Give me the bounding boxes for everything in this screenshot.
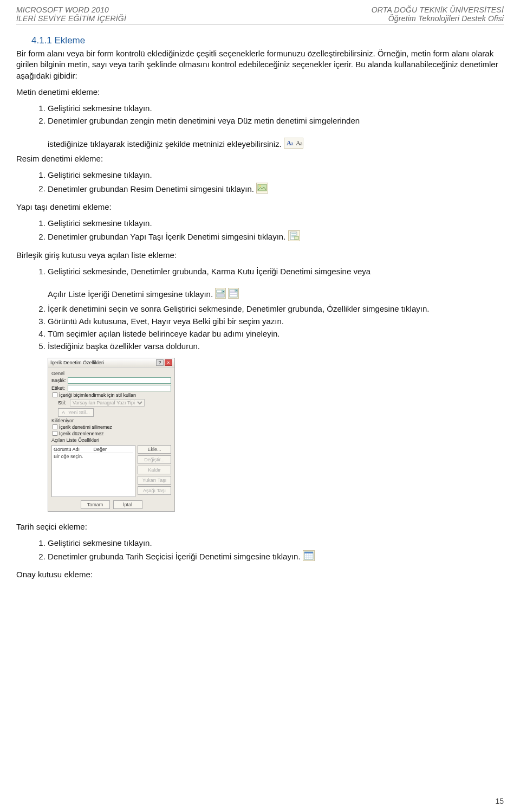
svg-rect-6 <box>258 184 266 191</box>
move-down-button[interactable]: Aşağı Taşı <box>138 486 171 495</box>
move-up-button[interactable]: Yukarı Taşı <box>138 476 171 485</box>
resim-step-2: Denetimler grubundan Resim Denetimi simg… <box>48 183 504 196</box>
svg-rect-31 <box>304 552 313 553</box>
svg-rect-15 <box>217 290 222 293</box>
cannot-delete-label: İçerik denetimi silinemez <box>59 424 112 430</box>
tarih-step-1: Geliştirici sekmesine tıklayın. <box>48 538 504 549</box>
birlesik-step-3: Görüntü Adı kutusuna, Evet, Hayır veya B… <box>48 316 504 327</box>
tarih-step-2-text: Denetimler grubunda Tarih Seçicisi İçeri… <box>48 552 301 561</box>
birlesik-step-1a: Geliştirici sekmesinde, Denetimler grubu… <box>48 267 370 276</box>
col-display-name: Görüntü Adı <box>54 447 94 452</box>
birlesik-step-1b: Açılır Liste İçeriği Denetimi simgesine … <box>48 289 213 299</box>
label-style: Stil: <box>58 400 70 405</box>
cannot-edit-label: İçerik düzenlenemez <box>59 431 104 436</box>
tag-input[interactable] <box>68 385 171 391</box>
resim-step-1: Geliştirici sekmesine tıklayın. <box>48 170 504 181</box>
resim-heading: Resim denetimi ekleme: <box>16 153 504 164</box>
options-listbox[interactable]: Görüntü Adı Değer Bir öğe seçin. <box>51 445 135 497</box>
metin-step-2a: Denetimler grubundan zengin metin deneti… <box>48 116 360 125</box>
resim-step-2-text: Denetimler grubundan Resim Denetimi simg… <box>48 184 254 193</box>
intro-paragraph: Bir form alanı veya bir form kontrolü ek… <box>16 48 504 81</box>
birlesik-step-4: Tüm seçimler açılan listede belirinceye … <box>48 328 504 339</box>
dialog-help-button[interactable]: ? <box>156 359 164 366</box>
onay-heading: Onay kutusu ekleme: <box>16 569 504 580</box>
group-lock: Kilitleniyor <box>51 418 171 423</box>
label-title: Başlık: <box>51 378 68 383</box>
birlesik-heading: Birleşik giriş kutusu veya açılan liste … <box>16 250 504 261</box>
list-row-hint: Bir öğe seçin. <box>54 454 133 459</box>
new-style-button[interactable]: A Yeni Stil... <box>58 408 94 417</box>
tarih-heading: Tarih seçici ekleme: <box>16 521 504 532</box>
svg-rect-18 <box>217 294 224 297</box>
picture-control-icon <box>256 183 268 196</box>
metin-step-2b: istediğinize tıklayarak istediğiniz şeki… <box>48 139 282 148</box>
rich-text-icon: A a A a <box>284 138 303 151</box>
modify-button[interactable]: Değiştir... <box>138 455 171 464</box>
content-control-properties-dialog: İçerik Denetim Özellikleri ? × Genel Baş… <box>48 358 175 512</box>
section-title: 4.1.1 Ekleme <box>31 35 504 46</box>
birlesik-step-1: Geliştirici sekmesinde, Denetimler grubu… <box>48 266 504 302</box>
add-button[interactable]: Ekle... <box>138 445 171 454</box>
svg-rect-13 <box>295 236 298 240</box>
svg-text:A: A <box>62 410 65 415</box>
header-left-1: MICROSOFT WORD 2010 <box>16 5 126 14</box>
yapi-step-1: Geliştirici sekmesine tıklayın. <box>48 218 504 229</box>
use-style-label: İçeriği biçimlendirmek için stil kullan <box>59 392 136 398</box>
yapi-step-2: Denetimler grubundan Yapı Taşı İçerik De… <box>48 230 504 244</box>
dialog-titlebar: İçerik Denetim Özellikleri ? × <box>48 358 174 368</box>
dialog-title: İçerik Denetim Özellikleri <box>50 360 156 365</box>
svg-point-7 <box>259 185 261 186</box>
yapi-heading: Yapı taşı denetimi ekleme: <box>16 202 504 212</box>
col-value: Değer <box>94 447 134 452</box>
remove-button[interactable]: Kaldır <box>138 466 171 474</box>
style-select[interactable]: Varsayılan Paragraf Yazı Tipi <box>70 399 145 407</box>
metin-step-1: Geliştirici sekmesine tıklayın. <box>48 103 504 114</box>
combo-box-icon <box>215 288 226 301</box>
page-number: 15 <box>495 797 504 805</box>
header-left-2: İLERİ SEVİYE EĞİTİM İÇERİĞİ <box>16 14 126 23</box>
ok-button[interactable]: Tamam <box>81 500 110 509</box>
label-tag: Etiket: <box>51 385 68 391</box>
cancel-button[interactable]: İptal <box>113 500 142 509</box>
metin-heading: Metin denetimi ekleme: <box>16 87 504 98</box>
use-style-checkbox[interactable]: İçeriği biçimlendirmek için stil kullan <box>53 392 171 398</box>
dialog-close-button[interactable]: × <box>165 359 172 366</box>
group-general: Genel <box>51 371 171 376</box>
metin-step-2: Denetimler grubundan zengin metin deneti… <box>48 115 504 151</box>
dropdown-list-icon <box>228 288 239 301</box>
cannot-delete-checkbox[interactable]: İçerik denetimi silinemez <box>53 424 171 430</box>
header-right-2: Öğretim Teknolojileri Destek Ofisi <box>372 14 504 23</box>
group-dropdown: Açılan Liste Özellikleri <box>51 437 171 443</box>
birlesik-step-5: İstediğiniz başka özellikler varsa doldu… <box>48 341 504 352</box>
title-input[interactable] <box>68 377 171 384</box>
date-picker-icon <box>303 550 315 564</box>
header-divider <box>16 24 504 24</box>
birlesik-step-2: İçerik denetimini seçin ve sonra Gelişti… <box>48 304 504 314</box>
yapi-step-2-text: Denetimler grubundan Yapı Taşı İçerik De… <box>48 232 285 241</box>
tarih-step-2: Denetimler grubunda Tarih Seçicisi İçeri… <box>48 550 504 564</box>
header-right-1: ORTA DOĞU TEKNİK ÜNİVERSİTESİ <box>372 5 504 14</box>
svg-text:a: a <box>291 140 294 146</box>
svg-text:a: a <box>300 140 303 146</box>
page-header: MICROSOFT WORD 2010 İLERİ SEVİYE EĞİTİM … <box>16 5 504 23</box>
cannot-edit-checkbox[interactable]: İçerik düzenlenemez <box>53 431 171 436</box>
building-block-icon <box>288 230 300 244</box>
